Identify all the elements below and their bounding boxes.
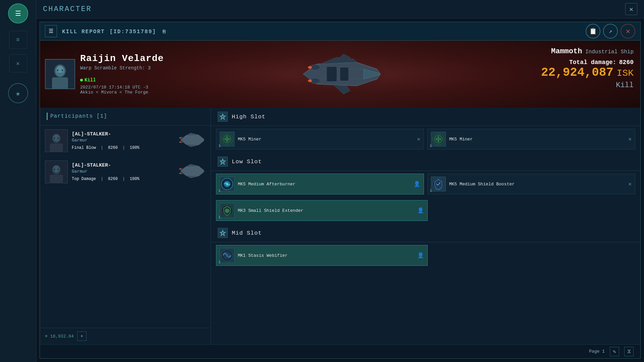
ship-svg <box>290 47 390 101</box>
edit-button[interactable]: ✎ <box>610 347 619 356</box>
app-title: CHARACTER <box>43 5 92 13</box>
victim-warp-scramble: Warp Scramble Strength: 3 <box>80 65 164 71</box>
mid-slot-item-1[interactable]: 1 MK1 Stasis Webifier 👤 <box>216 245 428 266</box>
high-slot-item-1[interactable]: 1 MK5 Miner ✕ <box>216 129 424 149</box>
participants-title: Participants [1] <box>50 113 107 119</box>
svg-point-10 <box>308 66 312 69</box>
kill-location: Akkio < Mivora < The Forge <box>80 90 164 95</box>
menu-icon: ☰ <box>49 28 53 35</box>
low-slot-empty <box>431 200 635 221</box>
shield-booster-icon <box>431 177 446 191</box>
low-slot-title: Low Slot <box>232 159 262 165</box>
plus-icon: + <box>80 334 83 339</box>
participant-info-2: [AL]-STALKER- Garmur Top Damage | 8260 |… <box>72 163 175 181</box>
sidebar: ☰ ≡ ✕ ★ <box>0 0 36 362</box>
svg-point-11 <box>308 79 312 82</box>
kill-report-hero: Raijin Velarde Warp Scramble Strength: 3… <box>40 41 640 108</box>
high-slot-title: High Slot <box>232 114 266 120</box>
participant-ship-1: Garmur <box>72 138 175 143</box>
participant-avatar-1 <box>45 129 68 152</box>
close-icon: ✕ <box>626 27 630 36</box>
mk5-miner-icon-2 <box>431 132 446 146</box>
cross-icon: ✕ <box>16 60 20 67</box>
svg-point-6 <box>62 69 63 71</box>
low-slot-item-2[interactable]: 1 MK5 Medium Shield Booster ✕ <box>427 174 635 194</box>
mid-slot-icon <box>218 228 228 238</box>
item-qty-5: 1 <box>218 215 221 219</box>
mk5-miner-name-1: MK5 Miner <box>238 137 414 142</box>
stasis-webifier-name: MK1 Stasis Webifier <box>238 253 414 258</box>
participant-ship-2: Garmur <box>72 169 175 174</box>
item-qty-2: 1 <box>430 144 432 148</box>
svg-point-20 <box>54 137 55 139</box>
sidebar-menu-button[interactable]: ☰ <box>8 3 28 23</box>
svg-point-55 <box>226 254 228 257</box>
mk5-miner-name-2: MK5 Miner <box>449 137 625 142</box>
shield-extender-name: MK3 Small Shield Extender <box>238 208 414 213</box>
participant-stats-1: Final Blow | 8260 | 100% <box>72 145 175 150</box>
kr-close-button[interactable]: ✕ <box>621 24 635 39</box>
kr-clipboard-button[interactable]: 📋 <box>586 24 600 39</box>
high-slot-item-2[interactable]: 1 MK5 Miner ✕ <box>427 129 635 149</box>
participant-name-2: [AL]-STALKER- <box>72 163 175 168</box>
svg-rect-15 <box>340 67 348 81</box>
item-close-2[interactable]: ✕ <box>628 136 632 142</box>
kr-export-button[interactable]: ↗ <box>603 24 618 39</box>
participants-header: Participants [1] <box>40 108 211 125</box>
kill-badge: Kill <box>80 77 96 83</box>
main-panel: ☰ KILL REPORT [ID:7351789] ⎘ 📋 ↗ ✕ <box>36 18 644 362</box>
kr-menu-button[interactable]: ☰ <box>45 25 57 37</box>
item-qty-4: 1 <box>430 189 432 193</box>
svg-point-43 <box>222 161 224 163</box>
svg-point-30 <box>54 169 55 170</box>
star-icon: ★ <box>15 88 20 98</box>
copy-id-icon[interactable]: ⎘ <box>163 29 166 35</box>
shield-booster-name: MK5 Medium Shield Booster <box>449 182 625 187</box>
low-slot-row-1: 1 MK5 Medium Afterburner <box>211 171 640 197</box>
victim-name: Raijin Velarde <box>80 53 164 64</box>
item-qty-3: 1 <box>218 189 221 193</box>
participant-name-1: [AL]-STALKER- <box>72 131 175 137</box>
low-slot-item-3[interactable]: 1 MK3 Small Shield Extender 👤 <box>216 200 428 221</box>
sidebar-nav-button-1[interactable]: ≡ <box>9 31 27 49</box>
participants-panel: Participants [1] <box>40 108 211 344</box>
app-close-button[interactable]: ✕ <box>625 3 637 15</box>
participant-info-1: [AL]-STALKER- Garmur Final Blow | 8260 |… <box>72 131 175 150</box>
kill-type-label: Kill <box>541 81 634 89</box>
afterburner-icon <box>220 177 234 191</box>
svg-point-35 <box>179 173 181 174</box>
kr-content: Participants [1] <box>40 108 640 344</box>
participant-item-1[interactable]: [AL]-STALKER- Garmur Final Blow | 8260 |… <box>40 125 211 157</box>
hamburger-icon: ☰ <box>15 9 21 18</box>
stasis-webifier-icon <box>220 248 234 263</box>
svg-point-25 <box>179 141 181 143</box>
slots-panel[interactable]: High Slot 1 <box>211 108 640 344</box>
low-slot-header: Low Slot <box>211 153 640 171</box>
high-slot-header: High Slot <box>211 108 640 126</box>
svg-point-3 <box>57 66 63 73</box>
svg-point-36 <box>222 116 224 118</box>
mid-slot-header: Mid Slot <box>211 224 640 242</box>
shield-extender-icon <box>220 203 234 218</box>
participant-item-2[interactable]: [AL]-STALKER- Garmur Top Damage | 8260 |… <box>40 157 211 188</box>
page-label: Page 1 <box>589 349 605 354</box>
filter-button[interactable]: ⧖ <box>624 347 634 356</box>
sidebar-nav-button-2[interactable]: ✕ <box>9 54 27 72</box>
afterburner-name: MK5 Medium Afterburner <box>238 182 410 187</box>
ship-name-label: Mammoth Industrial Ship <box>541 47 634 56</box>
high-slot-row: 1 MK5 Miner ✕ <box>211 126 640 153</box>
export-icon: ↗ <box>609 27 612 35</box>
item-close-1[interactable]: ✕ <box>417 136 420 142</box>
shield-booster-close[interactable]: ✕ <box>628 181 632 187</box>
svg-point-24 <box>179 137 181 138</box>
participant-stats-2: Top Damage | 8260 | 100% <box>72 177 175 181</box>
low-slot-row-2: 1 MK3 Small Shield Extender 👤 <box>211 197 640 224</box>
svg-point-21 <box>58 137 59 139</box>
low-slot-item-1[interactable]: 1 MK5 Medium Afterburner <box>216 174 424 194</box>
svg-rect-29 <box>50 175 63 183</box>
total-damage-label: Total damage: 8260 <box>541 59 634 66</box>
footer-add-button[interactable]: + <box>77 331 87 341</box>
sidebar-star-button[interactable]: ★ <box>8 83 28 103</box>
edit-icon: ✎ <box>613 348 616 355</box>
participant-ship-icon-1 <box>179 132 206 149</box>
